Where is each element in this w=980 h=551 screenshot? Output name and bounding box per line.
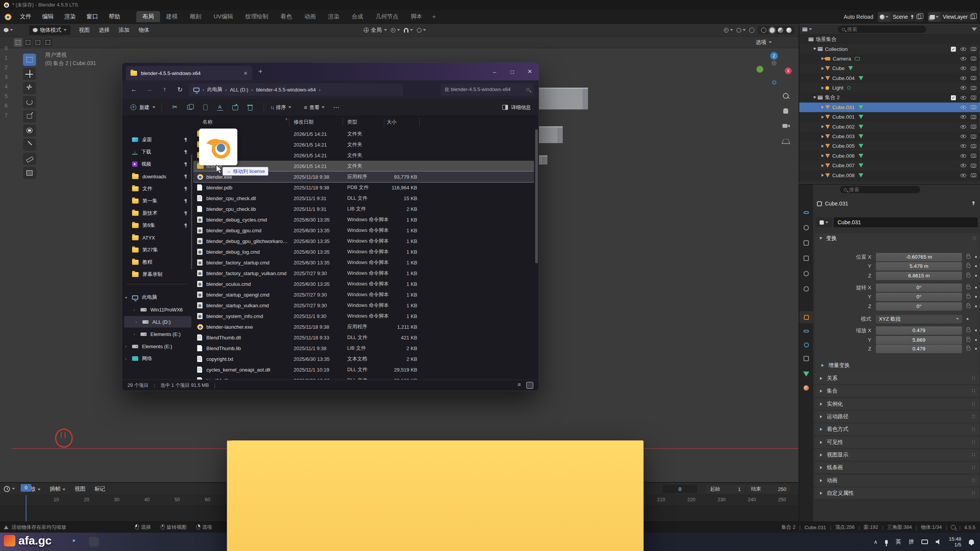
column-header-1[interactable]: 修改日期	[294, 116, 314, 128]
file-row-6[interactable]: blender_cpu_check.dll2025/11/1 9:31DLL 文…	[193, 193, 534, 204]
pin-icon[interactable]	[910, 15, 914, 19]
transform-value-field[interactable]: 0°	[876, 293, 962, 301]
transform-value-field[interactable]: 0°	[876, 284, 962, 292]
hide-eye-icon[interactable]	[960, 77, 966, 80]
up-button[interactable]: ↑	[158, 86, 171, 93]
column-header-3[interactable]: 大小	[387, 116, 397, 128]
details-view-button[interactable]	[516, 382, 523, 389]
minimize-button[interactable]: –	[486, 63, 503, 80]
view-button[interactable]: ≡查看	[304, 104, 325, 111]
expand-arrow-icon[interactable]: ›	[125, 357, 126, 361]
cut-button[interactable]	[172, 104, 179, 111]
sidebar-item-8[interactable]: ATYX	[122, 232, 193, 243]
share-button[interactable]	[232, 104, 238, 111]
tool-measure-button[interactable]	[23, 153, 36, 165]
properties-tab-modifiers[interactable]	[799, 325, 813, 337]
mode-selector[interactable]: 物体模式	[29, 25, 70, 35]
timeline-editor-button[interactable]	[0, 486, 15, 492]
outliner-search-input[interactable]: 搜索	[838, 26, 926, 33]
outliner-row-11[interactable]: Cube.005	[799, 141, 980, 151]
panel-1[interactable]: 集合	[815, 385, 979, 397]
column-divider[interactable]	[419, 118, 420, 126]
notification-bell-icon[interactable]	[969, 540, 974, 544]
file-row-22[interactable]: cycles_kernel_oneapi_aot.dll2025/11/1 10…	[193, 364, 534, 375]
file-row-1[interactable]: 2026/1/5 14:21文件夹	[193, 139, 534, 150]
topbar-menu-2[interactable]: 渲染	[59, 13, 81, 20]
expand-arrow-icon[interactable]	[822, 164, 824, 167]
sidebar-item-10[interactable]: 教程	[122, 256, 193, 268]
object-id-dropdown[interactable]	[815, 217, 832, 227]
file-row-10[interactable]: blender_debug_gpu_glitchworkaroun...2025…	[193, 236, 534, 246]
viewport-menu-3[interactable]: 物体	[134, 27, 154, 34]
explorer-tab[interactable]: blender-4.5.5-windows-x64 ✕	[126, 66, 252, 80]
expand-arrow-icon[interactable]	[822, 125, 824, 128]
xray-toggle[interactable]	[749, 28, 755, 33]
outliner-row-6[interactable]: 集合 2✓	[799, 93, 980, 102]
playhead[interactable]	[26, 495, 26, 522]
render-visibility-icon[interactable]	[971, 76, 976, 80]
expand-arrow-icon[interactable]	[822, 174, 824, 177]
shading-solid-button[interactable]	[769, 28, 775, 33]
outliner-row-12[interactable]: Cube.006	[799, 151, 980, 161]
sidebar-item-0[interactable]: 桌面	[122, 134, 193, 145]
sidebar-tree-item-1[interactable]: ›Win11ProWX6	[122, 304, 193, 315]
new-viewlayer-icon[interactable]	[970, 15, 975, 19]
outliner-row-8[interactable]: Cube.001	[799, 112, 980, 122]
breadcrumb-item-2[interactable]: blender-4.5.5-windows-x64	[256, 87, 316, 93]
render-visibility-icon[interactable]	[971, 57, 976, 60]
proportional-edit-toggle[interactable]	[417, 28, 426, 33]
lock-icon[interactable]	[967, 286, 970, 289]
panel-3[interactable]: 运动路径	[815, 411, 979, 422]
column-header-2[interactable]: 类型	[347, 116, 357, 128]
speaker-icon[interactable]	[936, 539, 941, 544]
hide-eye-icon[interactable]	[960, 47, 966, 51]
file-row-5[interactable]: blender.pdb2025/11/18 9:38PDB 文件116,964 …	[193, 182, 534, 193]
expand-arrow-icon[interactable]	[822, 86, 824, 90]
outliner-row-9[interactable]: Cube.002	[799, 122, 980, 132]
transform-value-field[interactable]: 5.479 m	[876, 262, 962, 271]
sidebar-item-1[interactable]: ↓下载	[122, 146, 193, 158]
lock-icon[interactable]	[967, 339, 970, 342]
outliner-row-5[interactable]: Light	[799, 83, 980, 93]
file-list-scrollbar[interactable]	[535, 129, 538, 263]
viewport-menu-2[interactable]: 添加	[114, 27, 134, 34]
topbar-menu-0[interactable]: 文件	[15, 13, 37, 20]
sidebar-item-9[interactable]: 第27集	[122, 244, 193, 256]
shading-material-button[interactable]	[778, 28, 783, 33]
lock-icon[interactable]	[967, 295, 970, 298]
panel-6[interactable]: 视图显示	[815, 449, 979, 461]
render-visibility-icon[interactable]	[971, 164, 976, 168]
exclude-checkbox[interactable]: ✓	[951, 95, 956, 100]
column-divider[interactable]	[384, 118, 384, 126]
expand-arrow-icon[interactable]	[822, 116, 824, 119]
file-row-13[interactable]: blender_factory_startup_vulkan.cmd2025/7…	[193, 268, 534, 279]
new-scene-icon[interactable]	[916, 15, 921, 19]
sidebar-scrollbar[interactable]	[191, 155, 192, 269]
properties-tab-output[interactable]	[799, 237, 813, 249]
scene-cube-1[interactable]	[534, 88, 588, 109]
file-row-0[interactable]: 2026/1/5 14:21文件夹	[193, 129, 534, 139]
hide-eye-icon[interactable]	[960, 135, 966, 138]
animate-dot[interactable]	[975, 305, 977, 307]
outliner-row-14[interactable]: Cube.008	[799, 170, 980, 180]
tool-annotate-button[interactable]	[23, 139, 36, 151]
delta-transform-subpanel[interactable]: 增量变换	[820, 360, 973, 370]
transform-panel-header[interactable]: 变换	[815, 233, 979, 243]
pivot-point-dropdown[interactable]	[391, 28, 400, 33]
shading-wireframe-button[interactable]	[761, 28, 766, 33]
file-row-11[interactable]: blender_debug_log.cmd2025/6/30 13:35Wind…	[193, 246, 534, 257]
file-row-16[interactable]: blender_startup_vulkan.cmd2025/7/27 9:30…	[193, 300, 534, 311]
add-workspace-button[interactable]: +	[428, 13, 440, 21]
sidebar-tree-item-4[interactable]: ›Elements (E:)	[122, 341, 193, 352]
workspace-tab-1[interactable]: 建模	[160, 11, 184, 22]
animate-dot[interactable]	[967, 318, 969, 320]
sidebar-tree-item-3[interactable]: ›Elements (E:)	[122, 328, 193, 340]
new-button[interactable]: +新建	[131, 104, 155, 111]
blender-menu-icon[interactable]	[5, 13, 11, 20]
more-button[interactable]: ⋯	[333, 104, 339, 111]
shading-rendered-button[interactable]	[786, 28, 792, 33]
hide-eye-icon[interactable]	[960, 67, 966, 70]
editor-type-button[interactable]	[4, 28, 13, 33]
column-divider[interactable]	[289, 118, 289, 126]
workspace-tab-6[interactable]: 动画	[298, 11, 322, 22]
